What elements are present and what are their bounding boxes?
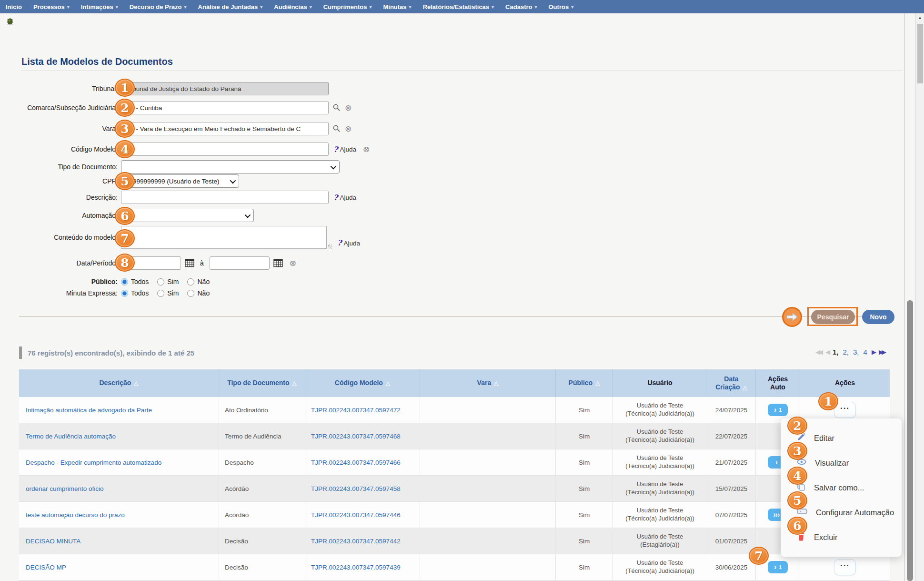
descricao-link[interactable]: Despacho - Expedir cumprimento automatiz…	[26, 459, 161, 466]
minuta-radio-todos[interactable]: Todos	[121, 289, 149, 297]
row-actions-button[interactable]: ···	[834, 559, 856, 575]
descricao-link[interactable]: DECISAO MINUTA	[26, 538, 80, 545]
vara-field[interactable]: PR - Vara de Execução em Meio Fechado e …	[121, 122, 329, 135]
novo-button[interactable]: Novo	[862, 310, 894, 324]
resize-handle[interactable]	[328, 245, 332, 249]
minuta-radio-nao[interactable]: Não	[187, 289, 210, 297]
column-header-vara[interactable]: Vara△	[420, 369, 556, 397]
sort-icon: △	[743, 384, 747, 391]
data-criacao-cell: 24/07/2025	[707, 397, 756, 423]
codigo-modelo-link[interactable]: TJPR.002243.007347.0597466	[311, 459, 401, 466]
scroll-up-icon[interactable]: ▲	[916, 13, 924, 22]
first-page-icon[interactable]: ◀◀	[815, 348, 821, 356]
page-scrollbar[interactable]: ▲	[915, 13, 924, 581]
chevron-down-icon: ▾	[310, 4, 312, 10]
calendar-icon[interactable]	[185, 259, 194, 267]
nav-intimacoes[interactable]: Intimações▾	[81, 3, 118, 10]
vara-cell	[420, 528, 556, 554]
nav-relatorios-estatisticas[interactable]: Relatórios/Estatísticas▾	[423, 3, 494, 10]
descricao-link[interactable]: Intimação automática de advogado da Part…	[26, 407, 152, 414]
help-icon[interactable]: ?	[337, 238, 341, 247]
table-header-row: Descrição△ Tipo de Documento△ Código Mod…	[19, 369, 890, 397]
codigo-modelo-link[interactable]: TJPR.002243.007347.0597439	[311, 564, 401, 571]
chevron-down-icon: ▾	[571, 4, 573, 10]
tipo-documento-select[interactable]	[121, 160, 340, 173]
clear-icon[interactable]: ⊗	[290, 259, 296, 267]
inner-scrollbar-thumb[interactable]	[907, 300, 913, 581]
annotation-step-2: 2	[115, 99, 135, 117]
vara-cell	[420, 476, 556, 501]
nav-analise-de-juntadas[interactable]: Análise de Juntadas▾	[198, 3, 263, 10]
clear-icon[interactable]: ⊗	[363, 145, 370, 153]
publico-radio-sim[interactable]: Sim	[157, 278, 179, 285]
codigo-modelo-link[interactable]: TJPR.002243.007347.0597468	[311, 433, 401, 440]
tipo-cell: Decisão	[219, 528, 305, 554]
table-row: Termo de Audiência automação Termo de Au…	[19, 423, 890, 449]
help-icon[interactable]: ?	[333, 145, 338, 154]
descricao-link[interactable]: DECISÃO MP	[26, 564, 66, 571]
publico-radio-nao[interactable]: Não	[187, 278, 210, 285]
codigo-modelo-link[interactable]: TJPR.002243.007347.0597472	[311, 407, 401, 414]
descricao-link[interactable]: ordenar cumprimento oficio	[26, 485, 104, 492]
column-header-data-criacao[interactable]: Data Criação△	[707, 369, 756, 397]
search-icon[interactable]	[332, 103, 341, 112]
page-number-link[interactable]: 4	[864, 348, 867, 356]
help-icon[interactable]: ?	[333, 193, 338, 202]
ajuda-link[interactable]: Ajuda	[340, 146, 356, 153]
prev-page-icon[interactable]: ◀	[825, 348, 828, 356]
vara-label: Vara:	[0, 125, 121, 133]
nav-cumprimentos[interactable]: Cumprimentos▾	[323, 3, 372, 10]
nav-cadastro[interactable]: Cadastro▾	[505, 3, 537, 10]
cpf-select[interactable]: 99999999999 (Usuário de Teste)	[121, 174, 239, 188]
table-row: ordenar cumprimento oficio Acórdão TJPR.…	[19, 476, 890, 502]
descricao-field[interactable]	[121, 191, 329, 204]
ajuda-link[interactable]: Ajuda	[340, 194, 356, 201]
tipo-cell: Decisão	[219, 554, 305, 580]
tipo-cell: Acórdão	[219, 476, 305, 501]
comarca-field[interactable]: PR - Curitiba	[121, 101, 329, 114]
codigo-modelo-link[interactable]: TJPR.002243.007347.0597458	[311, 485, 401, 492]
descricao-link[interactable]: Termo de Audiência automação	[26, 433, 116, 440]
page-number-link[interactable]: 2,	[843, 348, 849, 356]
nav-decurso-de-prazo[interactable]: Decurso de Prazo▾	[130, 3, 187, 10]
nav-minutas[interactable]: Minutas▾	[383, 3, 411, 10]
page-number-link[interactable]: 3,	[853, 348, 859, 356]
tipo-cell: Acórdão	[219, 502, 305, 528]
minuta-radio-sim[interactable]: Sim	[157, 289, 179, 297]
column-header-descricao[interactable]: Descrição△	[19, 369, 219, 397]
publico-cell: Sim	[556, 502, 613, 528]
codigo-modelo-link[interactable]: TJPR.002243.007347.0597442	[311, 538, 401, 545]
column-header-publico[interactable]: Público△	[556, 369, 613, 397]
nav-outros[interactable]: Outros▾	[549, 3, 574, 10]
codigo-modelo-link[interactable]: TJPR.002243.007347.0597446	[311, 511, 401, 519]
page-number-current[interactable]: 1,	[833, 348, 839, 356]
clear-icon[interactable]: ⊗	[345, 125, 352, 133]
clear-icon[interactable]: ⊗	[345, 104, 352, 112]
column-header-tipo-documento[interactable]: Tipo de Documento△	[219, 369, 305, 397]
acoes-auto-badge[interactable]: ›1	[768, 404, 788, 416]
nav-audiencias[interactable]: Audiências▾	[274, 3, 311, 10]
codigo-modelo-field[interactable]	[121, 143, 329, 156]
sort-icon: △	[494, 380, 498, 387]
scrollbar-thumb[interactable]	[917, 24, 923, 83]
publico-label: Público:	[0, 278, 121, 285]
conteudo-modelo-textarea[interactable]	[121, 226, 327, 249]
ajuda-link[interactable]: Ajuda	[343, 240, 360, 247]
last-page-icon[interactable]: ▶▶	[879, 348, 884, 356]
column-header-usuario: Usuário	[613, 369, 707, 397]
next-page-icon[interactable]: ▶	[872, 348, 874, 356]
nav-processos[interactable]: Processos▾	[33, 3, 70, 10]
column-header-codigo-modelo[interactable]: Código Modelo△	[305, 369, 420, 397]
usuario-cell: Usuário de Teste(Técnico(a) Judiciário(a…	[613, 476, 707, 501]
acoes-auto-badge[interactable]: ›1	[768, 561, 788, 573]
data-fim-field[interactable]	[210, 256, 270, 270]
annotation-arrow-icon	[782, 307, 802, 327]
nav-inicio[interactable]: Início	[6, 3, 22, 10]
calendar-icon[interactable]	[273, 259, 283, 267]
column-header-acoes: Ações	[800, 369, 890, 397]
automacao-select[interactable]	[121, 209, 254, 222]
descricao-link[interactable]: teste automação decurso do prazo	[26, 511, 125, 519]
usuario-cell: Usuário de Teste(Técnico(a) Judiciário(a…	[613, 502, 707, 528]
publico-radio-todos[interactable]: Todos	[121, 278, 149, 285]
search-icon[interactable]	[332, 124, 341, 133]
